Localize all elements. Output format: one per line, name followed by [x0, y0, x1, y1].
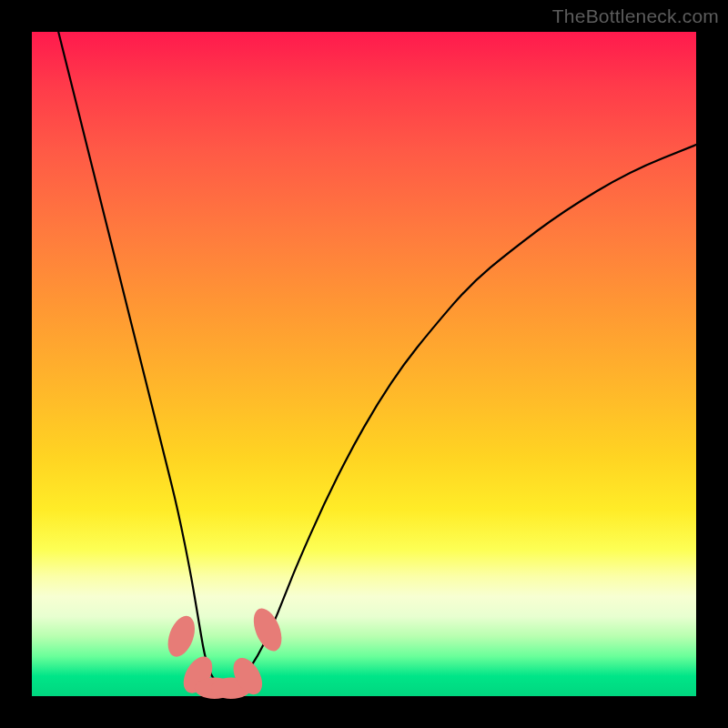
chart-frame: TheBottleneck.com	[0, 0, 728, 728]
watermark-text: TheBottleneck.com	[552, 5, 719, 27]
valley-marker	[248, 604, 288, 655]
curve-svg	[32, 32, 696, 696]
bottleneck-curve	[58, 32, 696, 682]
valley-markers	[163, 604, 288, 700]
plot-area	[32, 32, 696, 696]
valley-marker	[163, 612, 200, 661]
